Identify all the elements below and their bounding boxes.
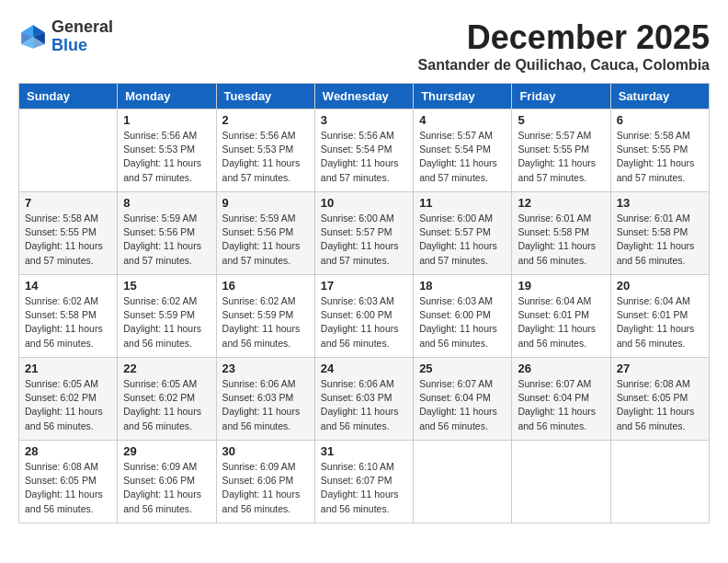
cell-info: Sunrise: 6:00 AMSunset: 5:57 PMDaylight:… [419, 212, 506, 268]
day-number: 29 [123, 444, 210, 458]
day-number: 22 [123, 362, 210, 375]
day-number: 7 [25, 196, 111, 210]
calendar-cell [512, 441, 610, 523]
cell-info: Sunrise: 6:07 AMSunset: 6:04 PMDaylight:… [518, 377, 604, 433]
cell-info: Sunrise: 6:09 AMSunset: 6:06 PMDaylight:… [222, 460, 309, 516]
day-number: 18 [419, 279, 506, 293]
day-number: 8 [123, 196, 210, 210]
calendar-cell: 2Sunrise: 5:56 AMSunset: 5:53 PMDaylight… [216, 109, 314, 192]
header-top: General Blue December 2025 Santander de … [18, 18, 710, 74]
calendar-cell: 19Sunrise: 6:04 AMSunset: 6:01 PMDayligh… [512, 275, 610, 358]
cell-info: Sunrise: 5:57 AMSunset: 5:54 PMDaylight:… [419, 129, 506, 185]
month-title: December 2025 [418, 18, 710, 57]
calendar-cell [610, 441, 709, 523]
calendar-cell: 29Sunrise: 6:09 AMSunset: 6:06 PMDayligh… [118, 441, 216, 523]
calendar-cell: 4Sunrise: 5:57 AMSunset: 5:54 PMDaylight… [414, 109, 512, 192]
day-number: 1 [123, 113, 210, 127]
cell-info: Sunrise: 6:04 AMSunset: 6:01 PMDaylight:… [617, 294, 703, 350]
day-number: 21 [25, 362, 111, 375]
cell-info: Sunrise: 6:08 AMSunset: 6:05 PMDaylight:… [617, 377, 703, 433]
logo-text: General Blue [51, 18, 113, 55]
cell-info: Sunrise: 6:06 AMSunset: 6:03 PMDaylight:… [222, 377, 309, 433]
cell-info: Sunrise: 5:58 AMSunset: 5:55 PMDaylight:… [617, 129, 703, 185]
logo: General Blue [18, 18, 113, 55]
calendar-cell: 25Sunrise: 6:07 AMSunset: 6:04 PMDayligh… [414, 358, 512, 441]
calendar-cell: 20Sunrise: 6:04 AMSunset: 6:01 PMDayligh… [610, 275, 709, 358]
calendar-cell: 1Sunrise: 5:56 AMSunset: 5:53 PMDaylight… [118, 109, 216, 192]
day-number: 4 [419, 113, 506, 127]
day-number: 28 [25, 444, 111, 458]
cell-info: Sunrise: 6:00 AMSunset: 5:57 PMDaylight:… [321, 212, 407, 268]
cell-info: Sunrise: 5:56 AMSunset: 5:54 PMDaylight:… [321, 129, 407, 185]
week-row-1: 1Sunrise: 5:56 AMSunset: 5:53 PMDaylight… [19, 109, 710, 192]
calendar-cell: 3Sunrise: 5:56 AMSunset: 5:54 PMDaylight… [314, 109, 413, 192]
week-row-3: 14Sunrise: 6:02 AMSunset: 5:58 PMDayligh… [19, 275, 710, 358]
column-header-sunday: Sunday [19, 84, 118, 109]
calendar-table: SundayMondayTuesdayWednesdayThursdayFrid… [18, 83, 710, 523]
cell-info: Sunrise: 5:56 AMSunset: 5:53 PMDaylight:… [222, 129, 309, 185]
day-number: 5 [518, 113, 604, 127]
calendar-cell: 27Sunrise: 6:08 AMSunset: 6:05 PMDayligh… [610, 358, 709, 441]
column-header-saturday: Saturday [610, 84, 709, 109]
calendar-cell: 9Sunrise: 5:59 AMSunset: 5:56 PMDaylight… [216, 192, 314, 275]
cell-info: Sunrise: 5:59 AMSunset: 5:56 PMDaylight:… [222, 212, 309, 268]
calendar-cell: 26Sunrise: 6:07 AMSunset: 6:04 PMDayligh… [512, 358, 610, 441]
day-number: 20 [617, 279, 703, 293]
calendar-cell: 31Sunrise: 6:10 AMSunset: 6:07 PMDayligh… [314, 441, 413, 523]
cell-info: Sunrise: 5:59 AMSunset: 5:56 PMDaylight:… [123, 212, 210, 268]
cell-info: Sunrise: 6:03 AMSunset: 6:00 PMDaylight:… [321, 294, 407, 350]
calendar-cell: 8Sunrise: 5:59 AMSunset: 5:56 PMDaylight… [118, 192, 216, 275]
header-row: SundayMondayTuesdayWednesdayThursdayFrid… [19, 84, 710, 109]
calendar-cell: 5Sunrise: 5:57 AMSunset: 5:55 PMDaylight… [512, 109, 610, 192]
week-row-2: 7Sunrise: 5:58 AMSunset: 5:55 PMDaylight… [19, 192, 710, 275]
subtitle: Santander de Quilichao, Cauca, Colombia [418, 57, 710, 74]
column-header-wednesday: Wednesday [314, 84, 413, 109]
cell-info: Sunrise: 6:01 AMSunset: 5:58 PMDaylight:… [617, 212, 703, 268]
day-number: 31 [321, 444, 407, 458]
day-number: 13 [617, 196, 703, 210]
day-number: 11 [419, 196, 506, 210]
week-row-4: 21Sunrise: 6:05 AMSunset: 6:02 PMDayligh… [19, 358, 710, 441]
calendar-cell: 12Sunrise: 6:01 AMSunset: 5:58 PMDayligh… [512, 192, 610, 275]
cell-info: Sunrise: 6:02 AMSunset: 5:59 PMDaylight:… [123, 294, 210, 350]
cell-info: Sunrise: 6:05 AMSunset: 6:02 PMDaylight:… [123, 377, 210, 433]
day-number: 3 [321, 113, 407, 127]
calendar-cell: 24Sunrise: 6:06 AMSunset: 6:03 PMDayligh… [314, 358, 413, 441]
week-row-5: 28Sunrise: 6:08 AMSunset: 6:05 PMDayligh… [19, 441, 710, 523]
calendar-cell [19, 109, 118, 192]
column-header-thursday: Thursday [414, 84, 512, 109]
day-number: 27 [617, 362, 703, 375]
cell-info: Sunrise: 5:57 AMSunset: 5:55 PMDaylight:… [518, 129, 604, 185]
day-number: 26 [518, 362, 604, 375]
calendar-cell: 10Sunrise: 6:00 AMSunset: 5:57 PMDayligh… [314, 192, 413, 275]
day-number: 25 [419, 362, 506, 375]
cell-info: Sunrise: 5:58 AMSunset: 5:55 PMDaylight:… [25, 212, 111, 268]
day-number: 14 [25, 279, 111, 293]
calendar-cell: 23Sunrise: 6:06 AMSunset: 6:03 PMDayligh… [216, 358, 314, 441]
cell-info: Sunrise: 6:09 AMSunset: 6:06 PMDaylight:… [123, 460, 210, 516]
cell-info: Sunrise: 6:03 AMSunset: 6:00 PMDaylight:… [419, 294, 506, 350]
logo-icon [18, 22, 48, 52]
column-header-monday: Monday [118, 84, 216, 109]
cell-info: Sunrise: 6:02 AMSunset: 5:59 PMDaylight:… [222, 294, 309, 350]
day-number: 17 [321, 279, 407, 293]
cell-info: Sunrise: 6:06 AMSunset: 6:03 PMDaylight:… [321, 377, 407, 433]
cell-info: Sunrise: 6:10 AMSunset: 6:07 PMDaylight:… [321, 460, 407, 516]
day-number: 9 [222, 196, 309, 210]
calendar-cell [414, 441, 512, 523]
cell-info: Sunrise: 6:04 AMSunset: 6:01 PMDaylight:… [518, 294, 604, 350]
calendar-cell: 17Sunrise: 6:03 AMSunset: 6:00 PMDayligh… [314, 275, 413, 358]
day-number: 15 [123, 279, 210, 293]
calendar-cell: 28Sunrise: 6:08 AMSunset: 6:05 PMDayligh… [19, 441, 118, 523]
column-header-friday: Friday [512, 84, 610, 109]
calendar-cell: 14Sunrise: 6:02 AMSunset: 5:58 PMDayligh… [19, 275, 118, 358]
cell-info: Sunrise: 6:08 AMSunset: 6:05 PMDaylight:… [25, 460, 111, 516]
cell-info: Sunrise: 5:56 AMSunset: 5:53 PMDaylight:… [123, 129, 210, 185]
day-number: 19 [518, 279, 604, 293]
calendar-cell: 22Sunrise: 6:05 AMSunset: 6:02 PMDayligh… [118, 358, 216, 441]
day-number: 6 [617, 113, 703, 127]
day-number: 24 [321, 362, 407, 375]
day-number: 2 [222, 113, 309, 127]
calendar-cell: 6Sunrise: 5:58 AMSunset: 5:55 PMDaylight… [610, 109, 709, 192]
day-number: 30 [222, 444, 309, 458]
